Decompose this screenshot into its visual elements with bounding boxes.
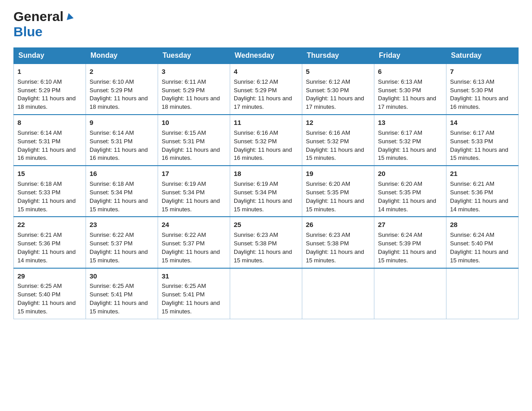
calendar-cell: 4Sunrise: 6:12 AMSunset: 5:29 PMDaylight…	[230, 64, 302, 115]
day-number: 11	[234, 118, 298, 128]
sunset-info: Sunset: 5:38 PM	[234, 240, 277, 247]
sunrise-info: Sunrise: 6:19 AM	[162, 180, 206, 187]
daylight-info: Daylight: 11 hours and 17 minutes.	[378, 95, 436, 110]
day-number: 19	[306, 169, 370, 179]
day-header-wednesday: Wednesday	[230, 48, 302, 64]
calendar-cell	[230, 268, 302, 319]
sunrise-info: Sunrise: 6:23 AM	[234, 231, 278, 238]
sunset-info: Sunset: 5:32 PM	[306, 138, 349, 145]
sunrise-info: Sunrise: 6:22 AM	[162, 231, 206, 238]
day-number: 18	[234, 169, 298, 179]
sunset-info: Sunset: 5:31 PM	[162, 138, 205, 145]
day-number: 30	[90, 271, 154, 281]
day-number: 2	[90, 67, 154, 77]
sunrise-info: Sunrise: 6:24 AM	[378, 231, 422, 238]
day-header-sunday: Sunday	[14, 48, 86, 64]
day-number: 8	[17, 118, 82, 128]
day-number: 1	[17, 67, 82, 77]
sunrise-info: Sunrise: 6:20 AM	[378, 180, 422, 187]
sunrise-info: Sunrise: 6:14 AM	[17, 129, 62, 136]
calendar-cell: 28Sunrise: 6:24 AMSunset: 5:40 PMDayligh…	[446, 217, 519, 268]
daylight-info: Daylight: 11 hours and 15 minutes.	[234, 248, 292, 264]
logo-triangle-icon	[65, 12, 73, 22]
sunset-info: Sunset: 5:34 PM	[162, 189, 205, 196]
calendar-cell: 26Sunrise: 6:23 AMSunset: 5:38 PMDayligh…	[302, 217, 374, 268]
calendar-cell: 17Sunrise: 6:19 AMSunset: 5:34 PMDayligh…	[158, 166, 230, 217]
sunrise-info: Sunrise: 6:25 AM	[162, 283, 206, 289]
calendar-cell: 16Sunrise: 6:18 AMSunset: 5:34 PMDayligh…	[86, 166, 158, 217]
calendar-cell: 11Sunrise: 6:16 AMSunset: 5:32 PMDayligh…	[230, 115, 302, 166]
sunrise-info: Sunrise: 6:14 AM	[90, 129, 134, 136]
daylight-info: Daylight: 11 hours and 16 minutes.	[162, 146, 220, 162]
day-number: 28	[450, 220, 515, 230]
day-number: 31	[162, 271, 226, 281]
sunset-info: Sunset: 5:32 PM	[234, 138, 277, 145]
sunrise-info: Sunrise: 6:21 AM	[17, 231, 62, 238]
svg-marker-0	[65, 12, 73, 20]
day-number: 5	[306, 67, 370, 77]
day-number: 20	[378, 169, 442, 179]
sunset-info: Sunset: 5:29 PM	[90, 87, 133, 94]
calendar-cell: 18Sunrise: 6:19 AMSunset: 5:34 PMDayligh…	[230, 166, 302, 217]
calendar-cell: 2Sunrise: 6:10 AMSunset: 5:29 PMDaylight…	[86, 64, 158, 115]
calendar-cell: 29Sunrise: 6:25 AMSunset: 5:40 PMDayligh…	[14, 268, 86, 319]
sunrise-info: Sunrise: 6:17 AM	[378, 129, 422, 136]
day-number: 15	[17, 169, 82, 179]
calendar-cell: 10Sunrise: 6:15 AMSunset: 5:31 PMDayligh…	[158, 115, 230, 166]
sunset-info: Sunset: 5:38 PM	[306, 240, 349, 247]
sunrise-info: Sunrise: 6:24 AM	[450, 231, 494, 238]
week-row-2: 8Sunrise: 6:14 AMSunset: 5:31 PMDaylight…	[14, 115, 519, 166]
day-number: 24	[162, 220, 226, 230]
daylight-info: Daylight: 11 hours and 15 minutes.	[90, 300, 148, 315]
sunset-info: Sunset: 5:29 PM	[234, 87, 277, 94]
logo: General Blue	[13, 9, 73, 39]
sunrise-info: Sunrise: 6:12 AM	[234, 78, 278, 85]
day-number: 14	[450, 118, 515, 128]
calendar-cell: 25Sunrise: 6:23 AMSunset: 5:38 PMDayligh…	[230, 217, 302, 268]
calendar-cell: 9Sunrise: 6:14 AMSunset: 5:31 PMDaylight…	[86, 115, 158, 166]
logo-blue-text: Blue	[13, 24, 43, 39]
day-number: 13	[378, 118, 442, 128]
daylight-info: Daylight: 11 hours and 15 minutes.	[306, 248, 364, 264]
daylight-info: Daylight: 11 hours and 17 minutes.	[234, 95, 292, 110]
calendar-table: SundayMondayTuesdayWednesdayThursdayFrid…	[13, 47, 519, 319]
calendar-cell: 5Sunrise: 6:12 AMSunset: 5:30 PMDaylight…	[302, 64, 374, 115]
calendar-cell: 22Sunrise: 6:21 AMSunset: 5:36 PMDayligh…	[14, 217, 86, 268]
sunset-info: Sunset: 5:30 PM	[306, 87, 349, 94]
daylight-info: Daylight: 11 hours and 18 minutes.	[17, 95, 76, 110]
day-number: 16	[90, 169, 154, 179]
day-header-saturday: Saturday	[446, 48, 519, 64]
sunrise-info: Sunrise: 6:19 AM	[234, 180, 278, 187]
daylight-info: Daylight: 11 hours and 15 minutes.	[17, 197, 76, 213]
sunset-info: Sunset: 5:33 PM	[450, 138, 493, 145]
calendar-cell: 1Sunrise: 6:10 AMSunset: 5:29 PMDaylight…	[14, 64, 86, 115]
week-row-1: 1Sunrise: 6:10 AMSunset: 5:29 PMDaylight…	[14, 64, 519, 115]
calendar-cell: 24Sunrise: 6:22 AMSunset: 5:37 PMDayligh…	[158, 217, 230, 268]
daylight-info: Daylight: 11 hours and 17 minutes.	[306, 95, 364, 110]
daylight-info: Daylight: 11 hours and 15 minutes.	[17, 300, 76, 315]
day-number: 6	[378, 67, 442, 77]
daylight-info: Daylight: 11 hours and 15 minutes.	[306, 146, 364, 162]
day-number: 7	[450, 67, 515, 77]
calendar-cell: 7Sunrise: 6:13 AMSunset: 5:30 PMDaylight…	[446, 64, 519, 115]
daylight-info: Daylight: 11 hours and 15 minutes.	[450, 146, 508, 162]
daylight-info: Daylight: 11 hours and 14 minutes.	[450, 197, 508, 213]
day-number: 23	[90, 220, 154, 230]
sunset-info: Sunset: 5:37 PM	[162, 240, 205, 247]
week-row-5: 29Sunrise: 6:25 AMSunset: 5:40 PMDayligh…	[14, 268, 519, 319]
sunrise-info: Sunrise: 6:23 AM	[306, 231, 350, 238]
sunset-info: Sunset: 5:33 PM	[17, 189, 60, 196]
sunrise-info: Sunrise: 6:20 AM	[306, 180, 350, 187]
sunset-info: Sunset: 5:31 PM	[90, 138, 133, 145]
daylight-info: Daylight: 11 hours and 18 minutes.	[90, 95, 148, 110]
sunset-info: Sunset: 5:41 PM	[90, 291, 133, 298]
sunset-info: Sunset: 5:34 PM	[234, 189, 277, 196]
sunrise-info: Sunrise: 6:10 AM	[90, 78, 134, 85]
calendar-cell: 13Sunrise: 6:17 AMSunset: 5:32 PMDayligh…	[374, 115, 446, 166]
daylight-info: Daylight: 11 hours and 15 minutes.	[450, 248, 508, 264]
sunset-info: Sunset: 5:32 PM	[378, 138, 421, 145]
daylight-info: Daylight: 11 hours and 15 minutes.	[378, 146, 436, 162]
day-header-tuesday: Tuesday	[158, 48, 230, 64]
day-number: 22	[17, 220, 82, 230]
daylight-info: Daylight: 11 hours and 14 minutes.	[17, 248, 76, 264]
